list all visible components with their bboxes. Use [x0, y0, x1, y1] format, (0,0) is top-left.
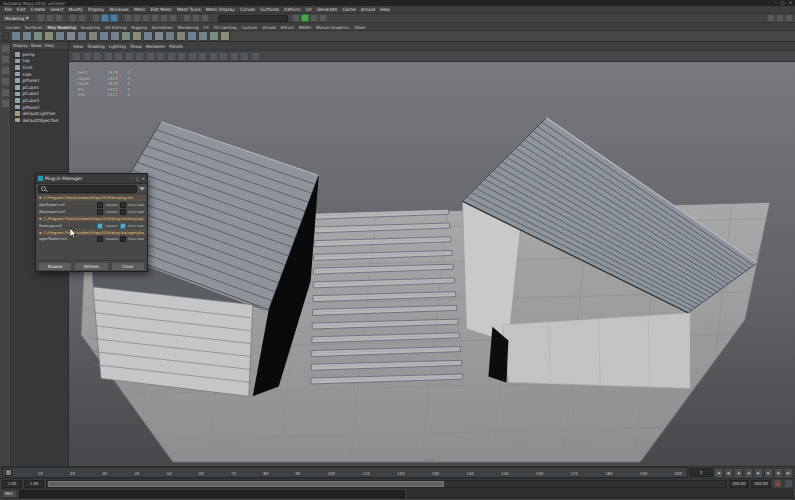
- shelf-item-boolean-difference-icon[interactable]: [198, 31, 208, 41]
- channel-box-toggle-icon[interactable]: [785, 14, 793, 22]
- rotate-tool-icon[interactable]: [1, 88, 10, 97]
- plugin-search-input[interactable]: [38, 185, 137, 193]
- snap-grid-icon[interactable]: [124, 14, 132, 22]
- time-slider-track[interactable]: 1102030405060708090100110120130140150160…: [2, 467, 688, 478]
- auto-load-checkbox[interactable]: [120, 223, 126, 229]
- panel-menu-view[interactable]: View: [73, 44, 83, 49]
- shelf-tab-poly-modeling[interactable]: Poly Modeling: [45, 25, 78, 30]
- render-current-frame-icon[interactable]: [301, 14, 309, 22]
- menu-modify[interactable]: Modify: [66, 7, 86, 12]
- menu-mesh-tools[interactable]: Mesh Tools: [174, 7, 203, 12]
- shelf-item-boolean-union-icon[interactable]: [187, 31, 197, 41]
- 3d-scene-canvas[interactable]: [69, 62, 795, 466]
- loaded-checkbox[interactable]: [97, 202, 103, 208]
- shaded-mode-icon[interactable]: [230, 52, 239, 61]
- dialog-minimize-icon[interactable]: –: [131, 177, 133, 181]
- step-back-frame-icon[interactable]: ◀|: [724, 468, 733, 478]
- minimize-icon[interactable]: –: [775, 1, 777, 5]
- select-component-icon[interactable]: [110, 14, 118, 22]
- menu-uv[interactable]: UV: [303, 7, 314, 12]
- plugin-section-header[interactable]: ▼C:/Program Files/Autodesk/Maya2018/plug…: [37, 229, 146, 235]
- playback-end-field[interactable]: 200.00: [729, 480, 749, 488]
- lights-mode-icon[interactable]: [251, 52, 260, 61]
- play-backwards-icon[interactable]: ◀: [744, 468, 753, 478]
- auto-load-checkbox[interactable]: [120, 236, 126, 242]
- maximize-icon[interactable]: □: [781, 1, 785, 5]
- shelf-tab-xgen[interactable]: XGen: [352, 25, 368, 30]
- select-tool-icon[interactable]: [1, 44, 10, 53]
- outliner-item-defaultlightset[interactable]: defaultLightSet: [11, 110, 68, 117]
- menu-cache[interactable]: Cache: [340, 7, 359, 12]
- animation-preferences-icon[interactable]: [784, 479, 793, 488]
- loaded-checkbox[interactable]: [97, 236, 103, 242]
- outliner-item-persp[interactable]: persp: [11, 51, 68, 58]
- menu-create[interactable]: Create: [28, 7, 48, 12]
- outliner-menu-show[interactable]: Show: [31, 43, 42, 48]
- shelf-tab-uv-editing[interactable]: UV Editing: [102, 25, 128, 30]
- shelf-item-sphere-icon[interactable]: [11, 31, 21, 41]
- construction-history-icon[interactable]: [183, 14, 191, 22]
- menu-surfaces[interactable]: Surfaces: [258, 7, 282, 12]
- shelf-item-helix-icon[interactable]: [132, 31, 142, 41]
- go-to-end-icon[interactable]: ▶|: [784, 468, 793, 478]
- save-scene-icon[interactable]: [55, 14, 63, 22]
- shelf-item-type-icon[interactable]: [165, 31, 175, 41]
- new-scene-icon[interactable]: [37, 14, 45, 22]
- command-line-input[interactable]: [19, 490, 405, 498]
- menu-edit-mesh[interactable]: Edit Mesh: [148, 7, 174, 12]
- grease-pencil-icon[interactable]: [135, 52, 144, 61]
- field-chart-icon[interactable]: [188, 52, 197, 61]
- plugin-section-header[interactable]: ▼C:/Program Files/Autodesk/Maya2018/bin/…: [37, 195, 146, 201]
- outliner-item-pcube3[interactable]: pCube3: [11, 97, 68, 104]
- shelf-tab-arnold[interactable]: Arnold: [260, 25, 278, 30]
- menu-display[interactable]: Display: [86, 7, 107, 12]
- outliner-item-front[interactable]: front: [11, 64, 68, 71]
- menu-edit[interactable]: Edit: [14, 7, 28, 12]
- outliner-item-top[interactable]: top: [11, 58, 68, 65]
- outliner-item-defaultobjectset[interactable]: defaultObjectSet: [11, 117, 68, 124]
- shelf-item-torus-icon[interactable]: [55, 31, 65, 41]
- output-connections-icon[interactable]: [201, 14, 209, 22]
- panel-menu-shading[interactable]: Shading: [87, 44, 104, 49]
- shelf-item-separate-icon[interactable]: [220, 31, 230, 41]
- refresh-button[interactable]: Refresh: [74, 262, 108, 271]
- shelf-tab-mash[interactable]: MASH: [296, 25, 313, 30]
- lock-camera-icon[interactable]: [83, 52, 92, 61]
- ipr-render-icon[interactable]: [310, 14, 318, 22]
- shelf-tab-motion-graphics[interactable]: Motion Graphics: [313, 25, 351, 30]
- outliner-item-pcube2[interactable]: pCube2: [11, 91, 68, 98]
- tool-settings-toggle-icon[interactable]: [776, 14, 784, 22]
- shelf-item-cone-icon[interactable]: [44, 31, 54, 41]
- range-slider-bar[interactable]: [48, 481, 444, 487]
- close-button[interactable]: Close: [111, 262, 145, 271]
- camera-attributes-icon[interactable]: [93, 52, 102, 61]
- snap-point-icon[interactable]: [142, 14, 150, 22]
- grid-toggle-icon[interactable]: [146, 52, 155, 61]
- shelf-item-disc-icon[interactable]: [77, 31, 87, 41]
- plug-in-manager-titlebar[interactable]: Plug-in Manager – □ ✕: [36, 174, 147, 184]
- animation-end-field[interactable]: 200.00: [751, 480, 771, 488]
- go-to-start-icon[interactable]: |◀: [714, 468, 723, 478]
- current-frame-marker[interactable]: [5, 469, 12, 476]
- resolution-gate-icon[interactable]: [167, 52, 176, 61]
- menu-file[interactable]: File: [2, 7, 14, 12]
- gate-mask-icon[interactable]: [177, 52, 186, 61]
- shelf-tab-fx[interactable]: FX: [201, 25, 211, 30]
- dialog-close-icon[interactable]: ✕: [142, 177, 145, 181]
- shelf-tab-curves[interactable]: Curves: [3, 25, 22, 30]
- make-live-icon[interactable]: [169, 14, 177, 22]
- shelf-item-cube-icon[interactable]: [22, 31, 32, 41]
- auto-load-checkbox[interactable]: [120, 209, 126, 215]
- scale-tool-icon[interactable]: [1, 99, 10, 108]
- menu-set-dropdown[interactable]: Modeling ▼: [2, 14, 31, 22]
- outliner-menu-help[interactable]: Help: [45, 43, 54, 48]
- safe-action-icon[interactable]: [198, 52, 207, 61]
- shelf-tab-fx-caching[interactable]: FX Caching: [211, 25, 239, 30]
- current-time-field[interactable]: 1: [689, 468, 713, 477]
- textured-mode-icon[interactable]: [240, 52, 249, 61]
- bookmarks-icon[interactable]: [104, 52, 113, 61]
- quick-selection-field[interactable]: [218, 15, 288, 22]
- panel-menu-panels[interactable]: Panels: [169, 44, 183, 49]
- outliner-item-pplane2[interactable]: pPlane2: [11, 104, 68, 111]
- shelf-tab-rigging[interactable]: Rigging: [129, 25, 150, 30]
